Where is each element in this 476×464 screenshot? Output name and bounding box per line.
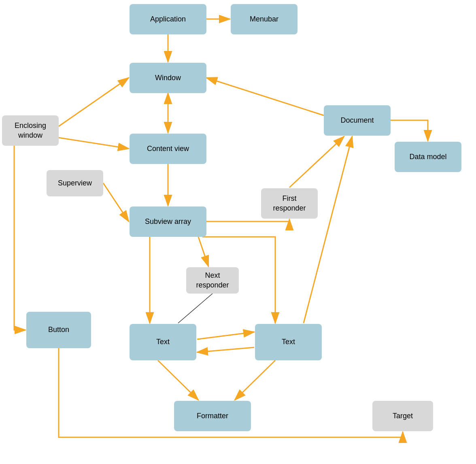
- svg-line-13: [59, 78, 129, 126]
- node-application: Application: [130, 4, 206, 34]
- svg-line-8: [197, 347, 254, 352]
- node-menubar: Menubar: [231, 4, 298, 34]
- node-text2: Text: [255, 324, 322, 360]
- node-window: Window: [130, 63, 206, 93]
- diagram-container: Application Menubar Window Enclosingwind…: [0, 0, 476, 464]
- svg-line-16: [198, 237, 208, 266]
- node-document: Document: [324, 105, 391, 136]
- svg-line-14: [59, 138, 129, 149]
- svg-line-9: [158, 360, 198, 400]
- node-data-model: Data model: [395, 142, 461, 172]
- node-superview: Superview: [47, 170, 103, 196]
- node-enclosing-window: Enclosingwindow: [2, 115, 59, 146]
- svg-line-15: [103, 183, 129, 221]
- svg-line-17: [178, 294, 212, 323]
- node-button: Button: [26, 312, 91, 348]
- node-target: Target: [372, 401, 433, 431]
- svg-line-11: [289, 136, 344, 187]
- node-content-view: Content view: [130, 134, 206, 164]
- node-text1: Text: [130, 324, 196, 360]
- node-first-responder: Firstresponder: [261, 188, 318, 219]
- svg-line-7: [197, 332, 254, 339]
- svg-line-12: [304, 136, 352, 323]
- node-formatter: Formatter: [174, 401, 251, 431]
- node-subview-array: Subview array: [130, 206, 206, 237]
- node-next-responder: Nextresponder: [186, 267, 239, 294]
- arrows-svg: [0, 0, 476, 464]
- svg-line-10: [235, 360, 275, 400]
